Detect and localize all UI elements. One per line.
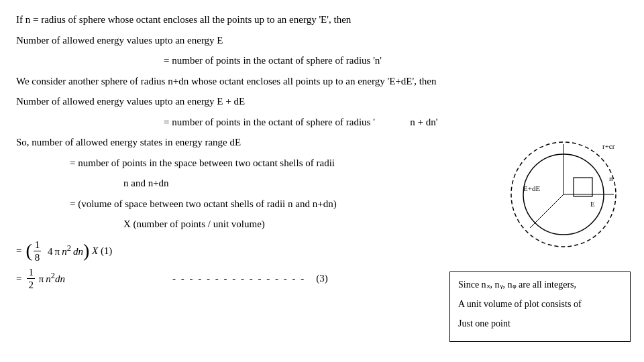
- line2-indent: = number of points in the octant of sphe…: [164, 53, 628, 68]
- equals1: =: [16, 241, 21, 261]
- diagram: r+cr E+dE n E: [503, 134, 624, 255]
- note3: Just one point: [458, 316, 622, 330]
- svg-rect-5: [574, 178, 592, 196]
- formula2-rest: π n2dn: [36, 267, 65, 289]
- sphere-diagram: r+cr E+dE n E: [503, 134, 624, 255]
- x-symbol1: X (1): [89, 241, 112, 261]
- label-edE: E+dE: [523, 184, 540, 192]
- equals2: =: [16, 268, 21, 288]
- line2b: = number of points in the octant of sphe…: [164, 55, 382, 66]
- line2a: Number of allowed energy values upto an …: [16, 35, 223, 46]
- line1: If n = radius of sphere whose octant enc…: [16, 12, 628, 27]
- note2: A unit volume of plot consists of: [458, 297, 622, 311]
- line4a: Number of allowed energy values upto an …: [16, 94, 628, 109]
- formula1-rest: 4 π n2 dn: [45, 240, 83, 261]
- line4c: n + dn': [410, 117, 437, 127]
- note1: Since nₓ, nᵧ, nᵩ are all integers,: [458, 278, 622, 292]
- line4b: = number of points in the octant of sphe…: [164, 115, 628, 130]
- fraction1: 1 8: [34, 239, 42, 263]
- close-paren1: ): [83, 241, 89, 260]
- eq-num: (3): [316, 268, 328, 288]
- label-n: n: [609, 174, 613, 182]
- fraction2: 1 2: [27, 266, 35, 291]
- svg-line-4: [530, 194, 564, 228]
- label-rcr: r+cr: [602, 142, 615, 150]
- note-box: Since nₓ, nᵧ, nᵩ are all integers, A uni…: [449, 272, 631, 342]
- line3: We consider another sphere of radius n+d…: [16, 74, 628, 89]
- dashes: - - - - - - - - - - - - - - - -: [172, 268, 305, 288]
- label-E: E: [590, 200, 595, 208]
- line2: Number of allowed energy values upto an …: [16, 33, 628, 48]
- open-paren1: (: [25, 241, 32, 260]
